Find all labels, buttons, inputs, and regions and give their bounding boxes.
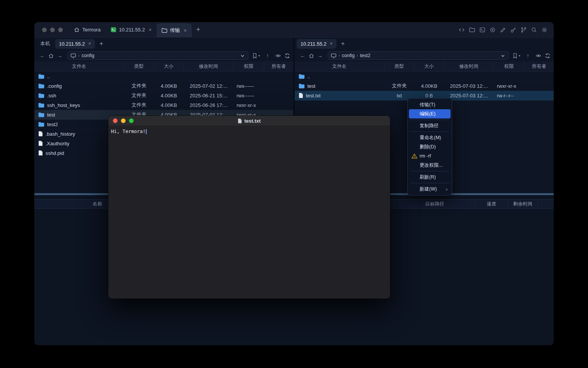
column-header-name[interactable]: 文件名: [295, 61, 384, 71]
column-header-size[interactable]: 大小: [414, 61, 444, 71]
back-button[interactable]: ←: [38, 53, 47, 59]
minimize-window-button[interactable]: [50, 28, 55, 32]
editor-content: Hi, Termora!: [111, 128, 145, 134]
folder-icon: [38, 93, 44, 98]
home-button[interactable]: [309, 53, 314, 59]
context-menu: 传输(T) 编辑(E) 复制路径 重命名(M) 删除(D) rm -rf 更改权…: [407, 98, 452, 196]
minimize-window-button[interactable]: [121, 118, 126, 123]
tab-label: 10.211.55.2: [119, 27, 145, 33]
code-icon[interactable]: [459, 27, 465, 33]
folder-icon: [299, 84, 305, 89]
bookmark-button[interactable]: ▾: [512, 53, 520, 59]
crumb-separator: ›: [338, 53, 340, 58]
menu-item-copy-path[interactable]: 复制路径: [409, 121, 451, 130]
column-header-size[interactable]: 大小: [154, 61, 184, 71]
text-cursor: [146, 129, 147, 134]
editor-titlebar[interactable]: test.txt: [108, 116, 390, 126]
column-header-perms[interactable]: 权限: [494, 61, 524, 71]
upload-button[interactable]: ↑: [263, 53, 272, 59]
table-row[interactable]: ssh_host_keys 文件夹 4.00KB 2025-06-26 17:.…: [34, 100, 293, 110]
bookmark-button[interactable]: ▾: [252, 53, 260, 59]
editor-traffic-lights: [113, 118, 134, 123]
new-panel-tab-button[interactable]: +: [338, 40, 348, 48]
forward-button[interactable]: →: [316, 53, 324, 59]
menu-item-rm-rf[interactable]: rm -rf: [409, 151, 451, 161]
branch-icon[interactable]: [521, 27, 527, 33]
column-header-perms[interactable]: 权限: [234, 61, 264, 71]
maximize-window-button[interactable]: [58, 28, 63, 32]
right-panel-tabs: 10.211.55.2 × +: [295, 38, 554, 50]
file-icon: [38, 150, 43, 156]
menu-item-edit[interactable]: 编辑(E): [409, 109, 451, 118]
key-icon[interactable]: [510, 27, 516, 33]
tab-transfer[interactable]: 传输 ×: [157, 23, 192, 37]
record-icon[interactable]: [490, 27, 496, 33]
back-button[interactable]: ←: [299, 53, 307, 59]
path-bar[interactable]: › config › test2: [328, 51, 509, 60]
chevron-down-icon[interactable]: [500, 53, 506, 59]
menu-item-new[interactable]: 新建(W) ›: [409, 184, 451, 194]
tab-termora-home[interactable]: Termora: [69, 22, 106, 37]
new-panel-tab-button[interactable]: +: [96, 40, 107, 48]
tab-label: Termora: [82, 27, 101, 33]
column-header-owner[interactable]: 所有者: [264, 61, 293, 71]
refresh-button[interactable]: [545, 53, 550, 59]
submenu-arrow-icon: ›: [446, 186, 448, 192]
search-icon[interactable]: [531, 27, 537, 33]
close-window-button[interactable]: [42, 28, 47, 32]
folder-icon: [38, 112, 44, 117]
path-bar[interactable]: › config: [67, 51, 248, 60]
transfer-column-remaining-time: 剩余时间: [508, 200, 538, 208]
menu-item-delete[interactable]: 删除(D): [409, 142, 451, 151]
table-row[interactable]: ..: [34, 72, 293, 81]
settings-icon[interactable]: [541, 27, 547, 33]
menu-item-change-permissions[interactable]: 更改权限...: [409, 161, 451, 170]
app-tabs: Termora 10.211.55.2 × 传输 × +: [69, 22, 205, 37]
close-icon[interactable]: ×: [88, 41, 91, 46]
show-hidden-files-button[interactable]: [536, 53, 541, 59]
menu-item-rename[interactable]: 重命名(M): [409, 133, 451, 142]
column-header-name[interactable]: 文件名: [34, 61, 124, 71]
show-hidden-files-button[interactable]: [275, 53, 281, 59]
close-icon[interactable]: ×: [184, 28, 187, 33]
tab-local[interactable]: 本机: [36, 39, 54, 49]
table-row[interactable]: .ssh 文件夹 4.00KB 2025-06-21 15:... rwx---…: [34, 91, 293, 100]
table-row[interactable]: ..: [295, 72, 554, 81]
forward-button[interactable]: →: [56, 53, 64, 59]
breadcrumb-segment[interactable]: test2: [360, 53, 370, 58]
tab-remote-10-211-55-2[interactable]: 10.211.55.2 ×: [297, 39, 336, 49]
table-row[interactable]: test 文件夹 4.00KB 2025-07-03 12:... rwxr-x…: [295, 81, 554, 91]
terminal-log-icon[interactable]: [479, 27, 485, 33]
maximize-window-button[interactable]: [129, 118, 134, 123]
editor-text-area[interactable]: Hi, Termora!: [108, 126, 390, 299]
table-row[interactable]: .config 文件夹 4.00KB 2025-07-02 12:... rwx…: [34, 81, 293, 91]
menu-item-transfer[interactable]: 传输(T): [409, 100, 451, 109]
upload-button[interactable]: ↑: [524, 53, 532, 59]
computer-icon: [331, 53, 336, 59]
column-header-type[interactable]: 类型: [124, 61, 154, 71]
column-header-type[interactable]: 类型: [384, 61, 414, 71]
close-icon[interactable]: ×: [330, 41, 333, 46]
folder-icon: [162, 28, 167, 33]
right-panel-toolbar: ← → › config › test2 ▾ ↑: [295, 50, 554, 61]
tab-remote-10-211-55-2[interactable]: 10.211.55.2 ×: [55, 39, 95, 49]
close-window-button[interactable]: [113, 118, 118, 123]
editor-title: test.txt: [238, 118, 261, 124]
breadcrumb-segment[interactable]: config: [342, 53, 354, 58]
menu-separator: [410, 183, 449, 183]
column-header-mtime[interactable]: 修改时间: [444, 61, 494, 71]
refresh-button[interactable]: [284, 53, 290, 59]
home-button[interactable]: [48, 53, 54, 59]
folder-icon[interactable]: [469, 27, 475, 33]
folder-icon: [38, 122, 44, 127]
column-header-mtime[interactable]: 修改时间: [184, 61, 234, 71]
tab-terminal-10-211-55-2[interactable]: 10.211.55.2 ×: [106, 22, 157, 37]
new-tab-button[interactable]: +: [192, 22, 205, 37]
file-icon: [38, 131, 43, 136]
column-header-owner[interactable]: 所有者: [524, 61, 554, 71]
menu-item-refresh[interactable]: 刷新(R): [409, 172, 451, 182]
close-icon[interactable]: ×: [149, 27, 152, 33]
chevron-down-icon[interactable]: [240, 53, 245, 59]
edit-icon[interactable]: [500, 27, 506, 33]
breadcrumb-segment[interactable]: config: [82, 53, 94, 58]
